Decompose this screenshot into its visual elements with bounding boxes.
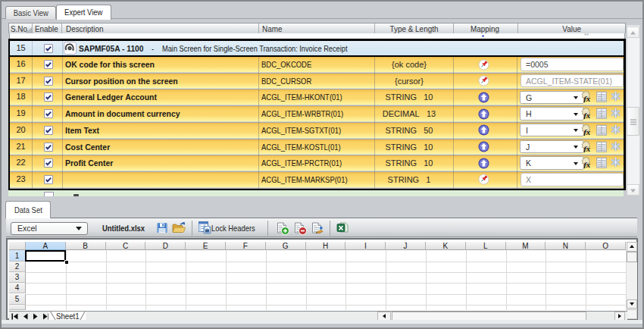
svg-text:fx: fx [583,111,591,120]
svg-text:fx: fx [583,127,591,136]
svg-text:fx: fx [583,94,591,103]
svg-text:fx: fx [583,143,591,152]
svg-text:fx: fx [583,160,591,169]
